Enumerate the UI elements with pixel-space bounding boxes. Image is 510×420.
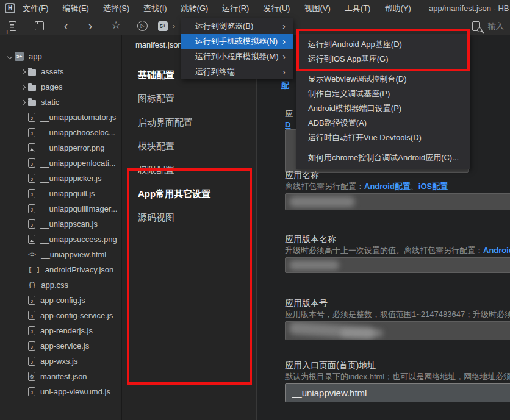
run-menu-item[interactable]: 运行到小程序模拟器(M)› <box>181 49 293 64</box>
tree-item-label: __uniappview.html <box>41 250 106 259</box>
field-version-code: 应用版本号 应用版本号，必须是整数，取值范围1~2147483647；升级时必须… <box>285 297 510 340</box>
tree-item-label: pages <box>41 82 62 91</box>
tree-item--uniappquill-js[interactable]: J__uniappquill.js <box>0 186 121 201</box>
submenu-item[interactable]: 运行时自动打开Vue Devtools(D) <box>296 130 470 145</box>
back-button[interactable]: ‹ <box>59 16 73 35</box>
tree-item-label: __uniappopenlocati... <box>40 158 116 168</box>
tree-item-app-config-service-js[interactable]: Japp-config-service.js <box>0 308 121 323</box>
menubar-item[interactable]: 工具(T) <box>345 3 371 14</box>
tree-item-app-service-js[interactable]: Japp-service.js <box>0 338 121 354</box>
tree-item-app-config-js[interactable]: Japp-config.js <box>0 293 121 308</box>
forward-button[interactable]: › <box>83 16 98 35</box>
tab-manifest-json[interactable]: manifest.json <box>135 40 182 49</box>
tree-item-app-renderjs-js[interactable]: Japp-renderjs.js <box>0 323 121 338</box>
forward-icon: › <box>88 19 93 33</box>
tree-item-app-css[interactable]: {}app.css <box>0 277 121 293</box>
chevron-right-icon <box>21 99 26 104</box>
window-title: app/manifest.json - HB <box>429 4 509 13</box>
submenu-item[interactable]: 制作自定义调试基座(P) <box>296 87 470 101</box>
run-menu-item[interactable]: 运行到浏览器(B)› <box>181 18 293 34</box>
app-name-input[interactable] <box>285 193 510 210</box>
app-name-label: 应用名称 <box>285 169 510 180</box>
tree-item--uniappautomator-js[interactable]: J__uniappautomator.js <box>0 110 121 125</box>
tree-item--uniappchooseloc-[interactable]: J__uniappchooseloc... <box>0 125 121 140</box>
hbuilderx-window: H 文件(F)编辑(E)选择(S)查找(I)跳转(G)运行(R)发行(U)视图(… <box>0 0 510 420</box>
tree-item-label: __uniappautomator.js <box>40 113 116 122</box>
menubar-item[interactable]: 跳转(G) <box>181 3 209 14</box>
tree-item-uni-app-view-umd-js[interactable]: Juni-app-view.umd.js <box>0 384 121 399</box>
tree-item-label: __uniapperror.png <box>40 143 105 152</box>
menubar-item[interactable]: 文件(F) <box>23 3 49 14</box>
section-启动界面配置[interactable]: 启动界面配置 <box>138 111 210 135</box>
run-base-button[interactable]: 5+ <box>156 16 170 35</box>
new-file-button[interactable] <box>5 16 20 35</box>
tree-item-label: __uniappsuccess.png <box>40 235 117 244</box>
expand-toggle[interactable] <box>18 101 28 104</box>
folder-icon <box>28 99 36 106</box>
tree-item--uniappquillimager-[interactable]: J__uniappquillimager... <box>0 201 121 216</box>
global-search-input[interactable]: 输入 <box>488 21 504 32</box>
entry-page-input[interactable] <box>285 383 510 402</box>
version-code-input[interactable] <box>285 321 510 340</box>
tree-item--uniapppicker-js[interactable]: J__uniapppicker.js <box>0 171 121 186</box>
tree-item-static[interactable]: static <box>0 94 121 110</box>
run-menu-item[interactable]: 运行到手机或模拟器(N)› <box>181 34 293 49</box>
menubar-item[interactable]: 发行(U) <box>263 3 290 14</box>
expand-toggle[interactable] <box>18 70 28 74</box>
tree-item--uniappview-html[interactable]: <>__uniappview.html <box>0 247 121 262</box>
run-menu-item[interactable]: 运行到终端› <box>181 64 293 79</box>
menubar-item[interactable]: 编辑(E) <box>63 3 89 14</box>
menubar-item[interactable]: 查找(I) <box>143 3 167 14</box>
find-in-files-button[interactable] <box>469 16 483 35</box>
tree-item-label: manifest.json <box>40 372 87 381</box>
ios-config-link[interactable]: iOS配置 <box>418 182 448 191</box>
save-button[interactable] <box>32 16 46 35</box>
entry-page-label: 应用入口页面(首页)地址 <box>285 360 510 371</box>
hidden-dcloud-link-fragment[interactable]: D <box>285 120 290 129</box>
tree-item-pages[interactable]: pages <box>0 79 121 94</box>
menubar-item[interactable]: 选择(S) <box>103 3 129 14</box>
tree-item-label: __uniapppicker.js <box>40 174 101 183</box>
hidden-config-link-fragment[interactable]: 配 <box>281 80 289 91</box>
hint-text: 离线打包需另行配置： <box>285 182 364 191</box>
android-config-link[interactable]: Android配置 <box>364 182 411 191</box>
menu-item-label: 运行到小程序模拟器(M) <box>195 51 282 62</box>
field-version-name: 应用版本名称 升级时必须高于上一次设置的值。离线打包需另行配置：Android配… <box>285 233 510 273</box>
run-base-dropdown[interactable]: › <box>170 16 178 35</box>
tree-item-label: app-service.js <box>40 341 89 351</box>
tree-item--uniappsuccess-png[interactable]: __uniappsuccess.png <box>0 232 121 247</box>
menubar-item[interactable]: 视图(V) <box>304 3 330 14</box>
version-name-input[interactable] <box>285 257 510 273</box>
bookmark-button[interactable]: ☆ <box>109 16 123 35</box>
submenu-item[interactable]: ADB路径设置(A) <box>296 116 470 130</box>
section-图标配置[interactable]: 图标配置 <box>138 87 210 111</box>
android-config-link[interactable]: Android配置 <box>483 246 510 255</box>
js-file-icon: J <box>28 296 35 305</box>
tree-item-label: androidPrivacy.json <box>45 265 113 274</box>
js-file-icon: J <box>28 219 35 229</box>
tree-item-app-wxs-js[interactable]: Japp-wxs.js <box>0 354 121 369</box>
hint-text: 升级时必须高于上一次设置的值。离线打包需另行配置： <box>285 246 483 255</box>
run-button[interactable]: ▷ <box>135 16 149 35</box>
tree-item-label: __uniappquill.js <box>40 189 95 198</box>
submenu-item[interactable]: Android模拟器端口设置(P) <box>296 101 470 116</box>
menu-item-label: 运行到手机或模拟器(N) <box>195 36 282 47</box>
menubar-item[interactable]: 运行(R) <box>222 3 249 14</box>
tree-item--uniapperror-png[interactable]: __uniapperror.png <box>0 140 121 155</box>
tree-item--uniappopenlocati-[interactable]: J__uniappopenlocati... <box>0 155 121 171</box>
tree-item-androidprivacy-json[interactable]: [ ]androidPrivacy.json <box>0 262 121 277</box>
expand-toggle[interactable] <box>18 85 28 89</box>
folder-icon <box>28 68 36 76</box>
expand-toggle[interactable] <box>5 55 15 59</box>
submenu-item[interactable]: 显示Webview调试控制台(D) <box>296 72 470 87</box>
section-模块配置[interactable]: 模块配置 <box>138 135 210 158</box>
menubar-item[interactable]: 帮助(Y) <box>384 3 411 14</box>
menu-item-label: 运行到终端 <box>195 66 282 77</box>
tree-item--uniappscan-js[interactable]: J__uniappscan.js <box>0 216 121 232</box>
folder-icon <box>28 84 36 91</box>
annotation-box-sections <box>127 168 252 385</box>
tree-item-manifest-json[interactable]: ⚙manifest.json <box>0 369 121 384</box>
tree-item-root[interactable]: 5+app <box>0 49 121 64</box>
tree-item-assets[interactable]: assets <box>0 64 121 79</box>
submenu-item[interactable]: 如何用chrome控制台调试Android应用(C)... <box>296 151 470 165</box>
